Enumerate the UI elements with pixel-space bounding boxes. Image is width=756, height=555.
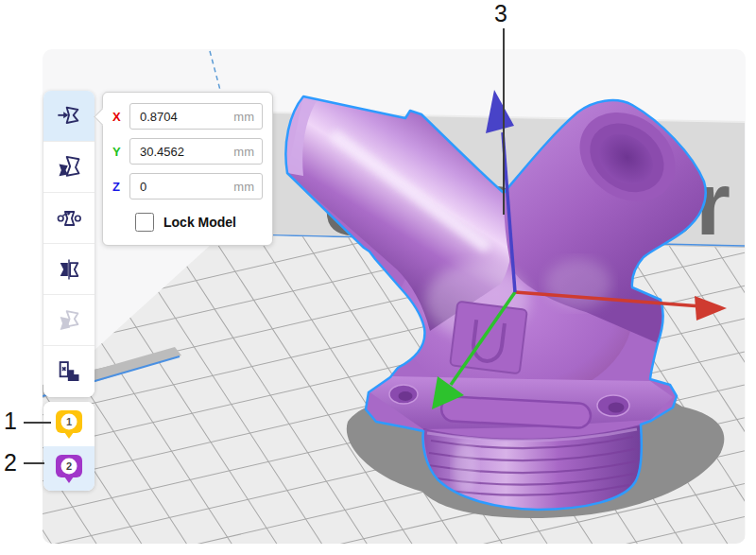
support-blocker-icon [56,358,82,385]
x-axis-label: X [112,110,129,124]
embossed-logo [450,302,527,374]
annotation-line-2 [24,462,44,464]
annotation-label-3: 3 [494,2,507,26]
move-tool-button[interactable] [43,91,94,142]
y-unit-label: mm [233,145,254,159]
y-input-box: mm [129,138,263,165]
y-coordinate-row: Y mm [112,138,263,165]
x-coordinate-input[interactable] [138,109,217,125]
y-axis-label: Y [112,145,129,159]
extruder-selector: 1 2 [43,402,94,491]
tool-column [43,91,94,397]
rotate-tool-button[interactable] [43,193,94,244]
scale-icon [56,154,82,181]
support-blocker-tool-button[interactable] [43,346,94,397]
extruder-2-badge-icon: 2 [54,453,84,485]
z-axis-label: Z [112,180,129,194]
mirror-tool-button[interactable] [43,244,94,295]
svg-text:1: 1 [66,416,72,427]
z-input-box: mm [129,173,263,199]
scale-tool-button[interactable] [43,142,94,193]
extruder-1-button[interactable]: 1 [43,402,94,446]
z-coordinate-input[interactable] [138,179,217,195]
lock-model-checkbox[interactable] [135,213,154,232]
move-icon [56,103,82,130]
z-unit-label: mm [233,180,254,194]
rotate-icon [56,205,82,232]
move-coordinates-panel: X mm Y mm Z mm Lock Model [102,92,273,246]
annotation-line-1 [24,422,51,424]
extruder-2-button[interactable]: 2 [43,446,94,491]
per-model-settings-tool-button[interactable] [43,295,94,346]
annotation-label-2: 2 [4,451,17,475]
annotation-line-3 [503,28,505,215]
mirror-icon [56,256,82,283]
annotation-label-1: 1 [4,409,17,433]
z-coordinate-row: Z mm [112,173,263,199]
y-coordinate-input[interactable] [138,144,217,160]
x-coordinate-row: X mm [112,103,263,130]
extruder-1-badge-icon: 1 [54,408,84,441]
per-model-settings-icon [56,307,82,334]
lock-model-label: Lock Model [163,215,236,230]
x-unit-label: mm [233,110,254,124]
x-input-box: mm [129,103,263,130]
svg-text:2: 2 [66,460,72,472]
